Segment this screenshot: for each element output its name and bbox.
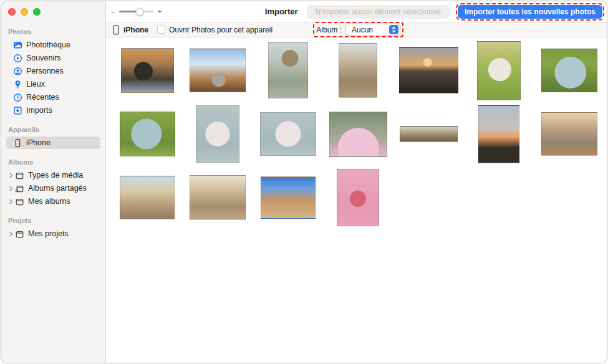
sidebar-item-lieux[interactable]: Lieux	[6, 78, 100, 90]
zoom-window-button[interactable]	[33, 8, 41, 16]
album-select-value: Aucun	[352, 26, 389, 34]
photo-cell	[112, 102, 183, 166]
sidebar-item-mes-projets[interactable]: Mes projets	[6, 228, 100, 240]
photo-cell	[323, 166, 393, 229]
photo-cell	[464, 102, 534, 166]
import-selected-button[interactable]: N’importer aucun élément sélectionné	[307, 5, 450, 19]
photo-thumbnail-dusk-mountains[interactable]	[478, 105, 519, 163]
photo-cell	[183, 166, 253, 229]
photo-thumbnail-sunset-rocks[interactable]	[541, 112, 597, 156]
album-icon	[14, 229, 24, 239]
photo-cell	[534, 102, 604, 166]
sidebar-item-iphone[interactable]: iPhone	[6, 136, 100, 149]
photo-thumbnail-macaron-stack[interactable]	[329, 112, 387, 157]
device-bar: iPhone Ouvrir Photos pour cet appareil A…	[106, 22, 607, 37]
imports-icon	[12, 105, 22, 115]
photo-cell	[393, 39, 464, 102]
annotation-album-highlight: Album : Aucun	[313, 22, 403, 37]
sidebar-item-label: Récentes	[26, 93, 59, 102]
photo-thumbnail-pastries-blue-plate[interactable]	[541, 49, 597, 92]
sidebar-item-label: Souvenirs	[26, 54, 61, 62]
import-photo-area	[106, 37, 607, 363]
sidebar-item-souvenirs[interactable]: Souvenirs	[6, 52, 100, 64]
album-label: Album :	[316, 26, 342, 34]
sidebar-item-phototheque[interactable]: Photothèque	[6, 39, 100, 51]
sidebar-item-mes-albums[interactable]: Mes albums	[6, 195, 100, 208]
chevron-right-icon[interactable]	[7, 173, 14, 178]
sidebar-item-label: Mes projets	[28, 229, 69, 238]
photo-thumbnail-rocky-cliff[interactable]	[339, 43, 377, 98]
photos-icon	[12, 40, 22, 50]
sidebar-item-imports[interactable]: Imports	[6, 104, 100, 117]
photo-thumbnail-mountain-panorama[interactable]	[400, 126, 458, 142]
photo-cell	[112, 166, 183, 229]
photo-thumbnail-boston-terrier-dog[interactable]	[121, 48, 174, 93]
sidebar: PhotosPhotothèqueSouvenirsPersonnesLieux…	[1, 1, 106, 363]
photo-thumbnail-hazy-valley[interactable]	[190, 175, 246, 220]
sidebar-item-personnes[interactable]: Personnes	[6, 65, 100, 77]
photo-cell	[112, 39, 183, 102]
sidebar-item-label: Personnes	[26, 67, 64, 75]
sidebar-section-header: Photos	[6, 28, 100, 36]
photo-cell	[464, 39, 534, 102]
close-window-button[interactable]	[8, 8, 16, 16]
sidebar-item-label: iPhone	[26, 138, 51, 147]
chevron-right-icon[interactable]	[7, 199, 14, 204]
photo-thumbnail-boulder-field[interactable]	[120, 176, 175, 219]
sidebar-item-types-de-media[interactable]: Types de média	[6, 169, 100, 181]
zoom-slider-thumb[interactable]	[136, 7, 144, 16]
sidebar-nav: PhotosPhotothèqueSouvenirsPersonnesLieux…	[1, 28, 105, 240]
popup-arrows-icon	[389, 25, 398, 34]
sidebar-item-label: Imports	[26, 106, 52, 115]
sidebar-section-header: Appareils	[6, 126, 100, 133]
zoom-out-icon[interactable]: –	[111, 7, 115, 16]
chevron-right-icon[interactable]	[7, 231, 14, 237]
toolbar-import-group: Importer N’importer aucun élément sélect…	[265, 3, 604, 21]
import-title: Importer	[265, 7, 298, 16]
import-all-button[interactable]: Importer toutes les nouvelles photos	[458, 5, 602, 19]
open-photos-checkbox-label[interactable]: Ouvrir Photos pour cet appareil	[169, 26, 273, 34]
recents-icon	[12, 92, 22, 102]
toolbar: – + Importer N’importer aucun élément sé…	[106, 1, 607, 22]
sidebar-item-label: Lieux	[26, 80, 45, 89]
album-icon	[14, 170, 24, 180]
memories-icon	[12, 53, 22, 63]
sidebar-item-recentes[interactable]: Récentes	[6, 91, 100, 103]
photo-thumbnail-decorated-cookies-tall[interactable]	[196, 105, 239, 163]
photo-cell	[183, 102, 253, 166]
photo-thumbnail-desert-road[interactable]	[190, 49, 246, 92]
photo-thumbnail-ocean-sunset[interactable]	[399, 47, 458, 93]
album-select[interactable]: Aucun	[345, 24, 400, 36]
device-name: iPhone	[123, 26, 148, 34]
photo-cell	[253, 102, 323, 166]
open-photos-checkbox[interactable]	[157, 26, 165, 34]
photo-cell	[253, 166, 323, 229]
iphone-icon	[12, 138, 22, 148]
photo-cell	[183, 39, 253, 102]
photo-thumbnail-picnic-pastries[interactable]	[477, 41, 521, 100]
photo-thumbnail-milkweed-plant[interactable]	[268, 42, 308, 98]
main-area: – + Importer N’importer aucun élément sé…	[106, 1, 607, 363]
window-controls	[1, 1, 105, 16]
photo-cell	[534, 39, 604, 102]
photo-thumbnail-rock-arch[interactable]	[261, 176, 316, 219]
iphone-icon	[112, 25, 120, 35]
zoom-in-icon[interactable]: +	[157, 7, 162, 16]
sidebar-section-header: Albums	[6, 158, 100, 166]
sidebar-item-label: Albums partagés	[28, 184, 87, 193]
chevron-right-icon[interactable]	[7, 186, 14, 191]
sidebar-item-albums-partages[interactable]: Albums partagés	[6, 182, 100, 194]
photo-thumbnail-decorated-cookies-wide[interactable]	[260, 112, 316, 156]
annotation-import-all-highlight: Importer toutes les nouvelles photos	[456, 3, 604, 21]
photo-grid	[106, 37, 607, 229]
photo-cell	[323, 102, 393, 166]
thumbnail-zoom-slider[interactable]: – +	[111, 7, 162, 16]
photo-cell	[323, 39, 393, 102]
photo-cell	[253, 39, 323, 102]
zoom-slider-track[interactable]	[119, 11, 153, 12]
sidebar-item-label: Mes albums	[28, 197, 70, 206]
photo-thumbnail-pastries-blue-plate-2[interactable]	[120, 112, 175, 156]
photos-app-window: PhotosPhotothèqueSouvenirsPersonnesLieux…	[1, 1, 607, 363]
photo-thumbnail-pink-table-dessert[interactable]	[337, 169, 379, 226]
minimize-window-button[interactable]	[21, 8, 28, 16]
